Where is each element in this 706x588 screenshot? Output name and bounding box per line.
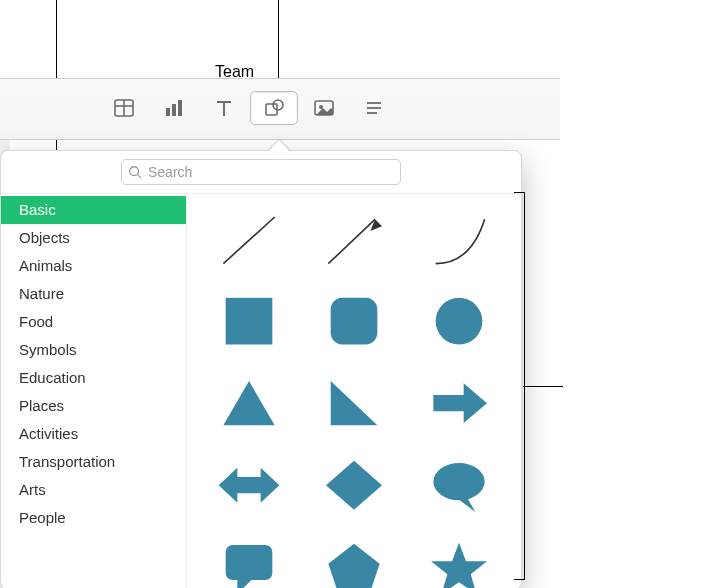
shape-arrow-double[interactable]	[214, 455, 284, 515]
sidebar-item-education[interactable]: Education	[1, 364, 186, 392]
svg-line-18	[328, 219, 375, 263]
svg-rect-21	[331, 298, 378, 345]
category-sidebar: Basic Objects Animals Nature Food Symbol…	[1, 194, 187, 588]
shape-pentagon[interactable]	[319, 537, 389, 588]
sidebar-item-objects[interactable]: Objects	[1, 224, 186, 252]
sidebar-item-animals[interactable]: Animals	[1, 252, 186, 280]
sidebar-item-transportation[interactable]: Transportation	[1, 448, 186, 476]
svg-marker-23	[224, 381, 275, 425]
svg-rect-4	[172, 104, 176, 116]
toolbar	[0, 78, 560, 140]
comment-tool[interactable]	[350, 91, 398, 125]
sidebar-item-nature[interactable]: Nature	[1, 280, 186, 308]
shape-right-triangle[interactable]	[319, 373, 389, 433]
svg-point-22	[435, 298, 482, 345]
shape-line[interactable]	[214, 209, 284, 269]
svg-line-17	[224, 217, 275, 264]
svg-marker-27	[326, 460, 382, 509]
search-field[interactable]	[121, 159, 401, 185]
svg-marker-33	[431, 542, 487, 588]
svg-marker-31	[238, 577, 254, 588]
svg-marker-29	[456, 495, 475, 511]
shape-tool[interactable]	[250, 91, 298, 125]
svg-rect-5	[178, 100, 182, 116]
sidebar-item-activities[interactable]: Activities	[1, 420, 186, 448]
shape-circle[interactable]	[424, 291, 494, 351]
shape-callout-square[interactable]	[214, 537, 284, 588]
callout-line	[523, 386, 563, 387]
shape-diamond[interactable]	[319, 455, 389, 515]
svg-point-9	[273, 100, 283, 110]
shape-triangle[interactable]	[214, 373, 284, 433]
shape-square[interactable]	[214, 291, 284, 351]
shapes-popover: Basic Objects Animals Nature Food Symbol…	[0, 150, 522, 588]
shape-rounded-square[interactable]	[319, 291, 389, 351]
svg-line-16	[138, 175, 142, 179]
callout-line	[278, 0, 279, 90]
chart-tool[interactable]	[150, 91, 198, 125]
sidebar-item-arts[interactable]: Arts	[1, 476, 186, 504]
sidebar-item-people[interactable]: People	[1, 504, 186, 532]
svg-point-15	[130, 167, 139, 176]
svg-point-28	[433, 463, 484, 500]
popover-arrow	[268, 140, 290, 152]
svg-marker-25	[433, 383, 487, 423]
sidebar-item-places[interactable]: Places	[1, 392, 186, 420]
svg-rect-20	[226, 298, 273, 345]
shapes-grid	[187, 194, 521, 588]
svg-marker-24	[331, 381, 378, 425]
media-tool[interactable]	[300, 91, 348, 125]
shape-arrow-line[interactable]	[319, 209, 389, 269]
shape-star[interactable]	[424, 537, 494, 588]
shape-arrow-right[interactable]	[424, 373, 494, 433]
svg-point-11	[319, 105, 323, 109]
search-icon	[128, 165, 142, 179]
search-input[interactable]	[148, 164, 394, 180]
sidebar-item-symbols[interactable]: Symbols	[1, 336, 186, 364]
table-tool[interactable]	[100, 91, 148, 125]
shape-speech-bubble[interactable]	[424, 455, 494, 515]
svg-rect-3	[166, 108, 170, 116]
shape-curve[interactable]	[424, 209, 494, 269]
svg-marker-26	[219, 467, 280, 502]
svg-rect-30	[226, 545, 273, 580]
sidebar-item-food[interactable]: Food	[1, 308, 186, 336]
text-tool[interactable]	[200, 91, 248, 125]
sidebar-item-basic[interactable]: Basic	[1, 196, 186, 224]
svg-marker-32	[328, 544, 379, 588]
